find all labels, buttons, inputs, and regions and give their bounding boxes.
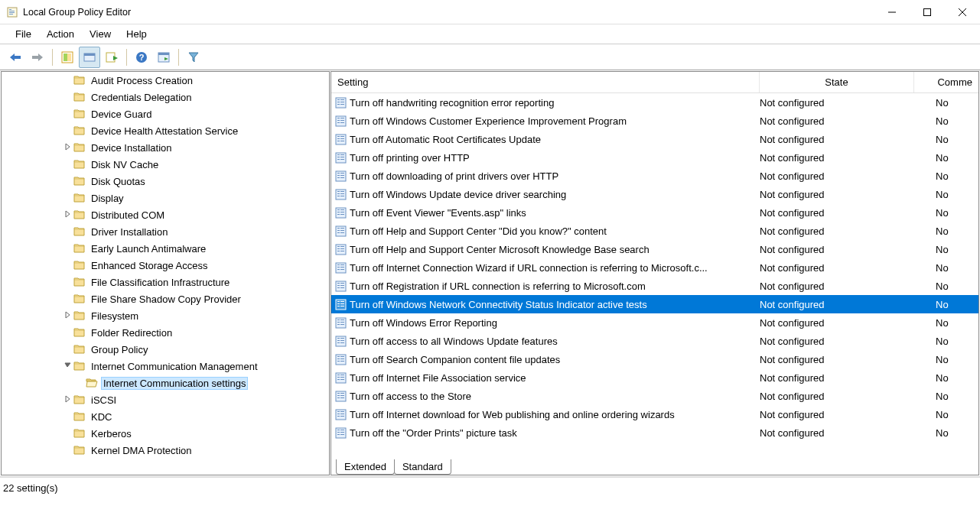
tree-item[interactable]: Audit Process Creation <box>2 72 329 89</box>
tree-item[interactable]: Device Health Attestation Service <box>2 122 329 139</box>
svg-rect-1 <box>9 9 11 10</box>
list-body[interactable]: Turn off handwriting recognition error r… <box>331 93 978 447</box>
tab-extended[interactable]: Extended <box>336 459 395 475</box>
svg-text:?: ? <box>139 53 145 62</box>
svg-rect-131 <box>340 379 344 380</box>
tree-twisty[interactable] <box>63 395 73 405</box>
minimize-button[interactable] <box>874 0 910 24</box>
tree-item[interactable]: Device Guard <box>2 105 329 122</box>
tree-item[interactable]: Enhanced Storage Access <box>2 257 329 274</box>
menu-file[interactable]: File <box>8 25 39 43</box>
list-row[interactable]: Turn off access to all Windows Update fe… <box>331 332 978 350</box>
tree-item[interactable]: File Classification Infrastructure <box>2 274 329 290</box>
forward-button[interactable] <box>27 47 48 68</box>
list-row[interactable]: Turn off handwriting recognition error r… <box>331 93 978 112</box>
list-row[interactable]: Turn off Windows Network Connectivity St… <box>331 295 978 313</box>
tree-item[interactable]: Credentials Delegation <box>2 89 329 105</box>
tree-item[interactable]: Early Launch Antimalware <box>2 240 329 257</box>
folder-icon <box>73 410 86 423</box>
svg-rect-119 <box>337 356 340 357</box>
tree-item-label: Device Guard <box>89 108 154 121</box>
list-row[interactable]: Turn off Windows Customer Experience Imp… <box>331 112 978 130</box>
help-button[interactable]: ? <box>131 47 152 68</box>
maximize-button[interactable] <box>910 0 945 24</box>
svg-rect-77 <box>337 246 340 247</box>
list-row[interactable]: Turn off Search Companion content file u… <box>331 350 978 368</box>
tree-item[interactable]: Kerberos <box>2 425 329 442</box>
header-comment[interactable]: Comme <box>914 72 978 92</box>
tree-item[interactable]: Kernel DMA Protection <box>2 442 329 459</box>
svg-rect-58 <box>337 193 340 194</box>
tree-item[interactable]: Group Policy <box>2 341 329 358</box>
tree-item[interactable]: Internet Communication Management <box>2 358 329 375</box>
tree-item-label: Device Health Attestation Service <box>89 125 240 138</box>
filter-button[interactable] <box>183 47 204 68</box>
cell-comment: No <box>936 427 978 439</box>
cell-comment: No <box>936 299 978 310</box>
list-row[interactable]: Turn off Internet File Association servi… <box>331 368 978 387</box>
close-button[interactable] <box>945 0 980 24</box>
tree-twisty[interactable] <box>63 143 73 153</box>
svg-rect-102 <box>337 306 340 307</box>
list-hscroll[interactable] <box>331 447 978 456</box>
cell-comment: No <box>936 189 978 200</box>
menu-help[interactable]: Help <box>119 25 155 43</box>
back-button[interactable] <box>5 47 26 68</box>
folder-icon <box>73 158 86 170</box>
export-list-button[interactable] <box>101 47 122 68</box>
list-row[interactable]: Turn off Registration if URL connection … <box>331 277 978 295</box>
list-row[interactable]: Turn off Help and Support Center "Did yo… <box>331 222 978 240</box>
svg-rect-29 <box>340 118 344 118</box>
tree-item[interactable]: Distributed COM <box>2 206 329 223</box>
tree-twisty[interactable] <box>63 311 73 321</box>
svg-rect-144 <box>337 416 340 417</box>
tree-item[interactable]: Filesystem <box>2 307 329 324</box>
tree-item[interactable]: Folder Redirection <box>2 324 329 341</box>
list-row[interactable]: Turn off access to the StoreNot configur… <box>331 387 978 405</box>
tree-item[interactable]: Internet Communication settings <box>2 375 329 391</box>
toolbar-separator <box>178 49 179 66</box>
tree-item[interactable]: Disk Quotas <box>2 173 329 190</box>
tree-item[interactable]: KDC <box>2 408 329 425</box>
tree-scroll[interactable]: Audit Process CreationCredentials Delega… <box>2 72 329 475</box>
tree-item[interactable]: Device Installation <box>2 139 329 156</box>
svg-rect-93 <box>337 285 340 286</box>
list-row[interactable]: Turn off Internet download for Web publi… <box>331 405 978 423</box>
list-row[interactable]: Turn off Internet Connection Wizard if U… <box>331 258 978 277</box>
tree-item[interactable]: File Share Shadow Copy Provider <box>2 290 329 307</box>
header-state[interactable]: State <box>760 72 914 92</box>
cell-comment: No <box>936 281 978 292</box>
list-row[interactable]: Turn off Event Viewer "Events.asp" links… <box>331 203 978 222</box>
tree-twisty[interactable] <box>63 362 73 371</box>
tree-item-label: KDC <box>89 410 114 423</box>
menubar: File Action View Help <box>0 24 980 44</box>
svg-rect-25 <box>337 104 340 105</box>
list-row[interactable]: Turn off Help and Support Center Microso… <box>331 240 978 258</box>
menu-action[interactable]: Action <box>39 25 82 43</box>
list-row[interactable]: Turn off downloading of print drivers ov… <box>331 167 978 185</box>
tree-twisty[interactable] <box>63 210 73 220</box>
cell-setting: Turn off Internet File Association servi… <box>350 372 760 384</box>
cell-state: Not configured <box>760 189 936 200</box>
policy-settings-button[interactable] <box>153 47 174 68</box>
list-row[interactable]: Turn off Windows Error ReportingNot conf… <box>331 313 978 332</box>
list-row[interactable]: Turn off the "Order Prints" picture task… <box>331 423 978 442</box>
tree-item[interactable]: Display <box>2 190 329 206</box>
list-row[interactable]: Turn off printing over HTTPNot configure… <box>331 148 978 167</box>
tree-item[interactable]: iSCSI <box>2 391 329 408</box>
cell-state: Not configured <box>760 244 936 255</box>
svg-rect-99 <box>340 301 344 302</box>
show-hide-console-button[interactable] <box>79 47 100 68</box>
cell-comment: No <box>936 262 978 274</box>
tree-item[interactable]: Driver Installation <box>2 223 329 240</box>
window-icon <box>6 6 18 18</box>
header-setting[interactable]: Setting <box>331 72 760 92</box>
tab-standard[interactable]: Standard <box>394 459 451 475</box>
show-hide-tree-button[interactable] <box>57 47 78 68</box>
menu-view[interactable]: View <box>82 25 119 43</box>
svg-rect-150 <box>340 432 344 433</box>
list-row[interactable]: Turn off Windows Update device driver se… <box>331 185 978 203</box>
tree-item-label: Audit Process Creation <box>89 74 195 87</box>
list-row[interactable]: Turn off Automatic Root Certificates Upd… <box>331 130 978 148</box>
tree-item[interactable]: Disk NV Cache <box>2 156 329 173</box>
